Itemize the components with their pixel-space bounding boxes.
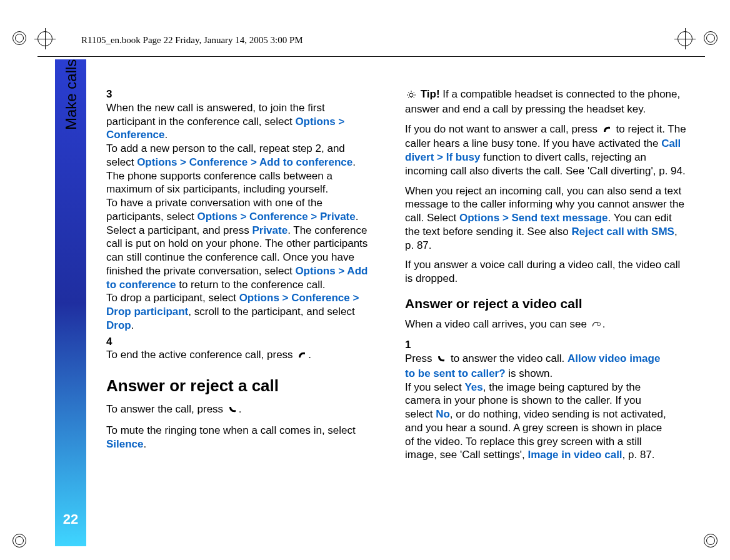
- text: to answer the video call.: [451, 352, 568, 364]
- option-no: No: [436, 408, 450, 420]
- text: When the new call is answered, to join t…: [106, 102, 325, 128]
- text: If a compatible headset is connected to …: [405, 88, 680, 115]
- step-number: 3: [106, 88, 120, 101]
- svg-point-0: [409, 93, 413, 97]
- video-call-icon: [591, 319, 601, 332]
- step-number: 4: [106, 335, 120, 349]
- text: To drop a participant, select: [106, 292, 239, 304]
- paragraph: To answer the call, press .: [106, 402, 388, 418]
- heading-video-call: Answer or reject a video call: [405, 296, 686, 312]
- text: If you do not want to answer a call, pre…: [405, 123, 601, 135]
- crop-cross-top-left: [38, 31, 52, 46]
- end-key-icon: [602, 124, 612, 138]
- text: , scroll to the participant, and select: [188, 306, 354, 318]
- text: To mute the ringing tone when a call com…: [106, 424, 356, 436]
- paragraph: When you reject an incoming call, you ca…: [405, 184, 686, 252]
- crop-mark-top-right: [704, 31, 718, 45]
- crop-mark-top-left: [12, 31, 26, 45]
- crop-mark-bottom-left: [12, 534, 26, 548]
- list-item: 4 To end the active conference call, pre…: [106, 335, 388, 364]
- menu-path: Image in video call: [528, 449, 622, 461]
- page-number: 22: [63, 511, 78, 528]
- text: When a video call arrives, you can see: [405, 318, 590, 330]
- menu-path: Options > Send text message: [459, 212, 608, 224]
- step-number: 1: [405, 338, 419, 352]
- end-key-icon: [297, 349, 307, 363]
- text: To end the active conference call, press: [106, 349, 296, 361]
- menu-path: Silence: [106, 438, 144, 450]
- text: If you select: [405, 381, 464, 393]
- list-item: 3 When the new call is answered, to join…: [106, 88, 388, 332]
- tip-icon: [406, 89, 416, 102]
- paragraph: If you do not want to answer a call, pre…: [405, 122, 686, 178]
- call-key-icon: [436, 353, 446, 367]
- body-text: 3 When the new call is answered, to join…: [106, 88, 686, 535]
- text: , p. 87.: [622, 449, 655, 461]
- crop-cross-top-right: [678, 31, 692, 46]
- crop-mark-bottom-right: [704, 534, 718, 548]
- side-tab: 22: [55, 59, 86, 546]
- text: to return to the conference call.: [176, 279, 325, 291]
- menu-path: Drop: [106, 319, 131, 331]
- svg-rect-1: [597, 322, 600, 325]
- paragraph: When a video call arrives, you can see .: [405, 318, 686, 332]
- paragraph: If you answer a voice call during a vide…: [405, 258, 686, 286]
- menu-path: Reject call with SMS: [572, 226, 674, 238]
- menu-path: Options > Conference > Private: [198, 211, 356, 222]
- running-head: R1105_en.book Page 22 Friday, January 14…: [81, 35, 303, 46]
- text: is shown.: [506, 368, 553, 379]
- text: To answer the call, press: [106, 403, 226, 415]
- option-yes: Yes: [464, 381, 482, 393]
- tip-paragraph: Tip! If a compatible headset is connecte…: [405, 88, 686, 116]
- page-rule-top: [38, 56, 705, 57]
- call-key-icon: [228, 404, 238, 418]
- list-item: 1 Press to answer the video call. Allow …: [405, 338, 686, 462]
- heading-answer-reject: Answer or reject a call: [106, 376, 388, 396]
- tip-label: Tip!: [421, 88, 440, 100]
- paragraph: To mute the ringing tone when a call com…: [106, 424, 388, 451]
- text: Press: [405, 352, 435, 364]
- menu-path: Private: [252, 224, 288, 236]
- menu-path: Options > Conference > Add to conference: [137, 156, 352, 168]
